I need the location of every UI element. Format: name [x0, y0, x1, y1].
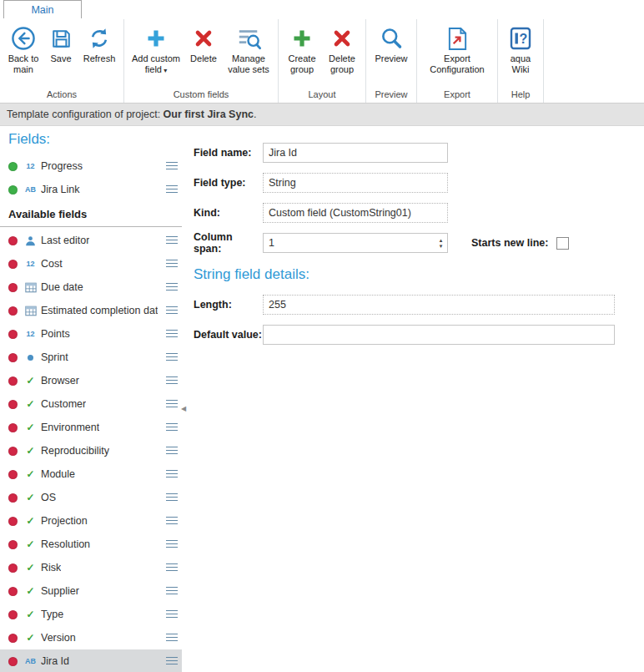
- svg-text:?: ?: [520, 32, 528, 46]
- drag-handle-icon[interactable]: [166, 493, 178, 502]
- drag-handle-icon[interactable]: [166, 330, 178, 338]
- field-item-module[interactable]: ✓Module: [0, 462, 182, 486]
- ribbon-button-export-configuration[interactable]: Export Configuration: [421, 21, 493, 88]
- drag-handle-icon[interactable]: [166, 306, 178, 315]
- number-type-icon: 12: [23, 330, 38, 338]
- dropdown-caret-icon: ▾: [162, 67, 167, 74]
- ribbon-button-back-to-main[interactable]: Back to main: [4, 21, 43, 88]
- drag-handle-icon[interactable]: [166, 283, 178, 291]
- field-item-progress[interactable]: 12Progress: [0, 154, 182, 178]
- field-item-type[interactable]: ✓Type: [0, 603, 182, 626]
- field-name-label: Field name:: [194, 147, 263, 159]
- status-dot-icon: [8, 330, 18, 339]
- drag-handle-icon[interactable]: [166, 587, 178, 595]
- drag-handle-icon[interactable]: [166, 185, 178, 194]
- ribbon-group-buttons: Preview: [366, 19, 416, 88]
- field-item-os[interactable]: ✓OS: [0, 486, 182, 509]
- field-item-reproducibility[interactable]: ✓Reproducibility: [0, 439, 182, 462]
- drag-handle-icon[interactable]: [166, 400, 178, 408]
- ribbon-button-label: Save: [50, 53, 71, 64]
- drag-handle-icon[interactable]: [166, 540, 178, 548]
- field-type-input[interactable]: [263, 173, 448, 193]
- field-item-customer[interactable]: ✓Customer: [0, 392, 182, 416]
- preview-magnifier-icon: [380, 23, 403, 53]
- ribbon-group-buttons: ?aqua Wiki: [498, 19, 543, 88]
- field-name-input[interactable]: [263, 143, 448, 163]
- column-span-stepper: ▴ ▾: [263, 233, 448, 253]
- ribbon-group-help: ?aqua WikiHelp: [498, 19, 544, 103]
- field-item-label: Environment: [41, 422, 99, 433]
- field-item-projection[interactable]: ✓Projection: [0, 509, 182, 533]
- field-item-points[interactable]: 12Points: [0, 322, 182, 346]
- drag-handle-icon[interactable]: [166, 634, 178, 642]
- field-item-estimated-completion-dat[interactable]: Estimated completion dat: [0, 299, 182, 322]
- ribbon-button-create-group[interactable]: Create group: [283, 21, 321, 88]
- starts-new-line-label: Starts new line:: [471, 237, 548, 249]
- drag-handle-icon[interactable]: [166, 260, 178, 268]
- ribbon-group-label: Help: [498, 88, 543, 103]
- drag-handle-icon[interactable]: [166, 162, 178, 170]
- field-item-browser[interactable]: ✓Browser: [0, 369, 182, 392]
- drag-handle-icon[interactable]: [166, 423, 178, 432]
- field-item-version[interactable]: ✓Version: [0, 626, 182, 649]
- drag-handle-icon[interactable]: [166, 353, 178, 361]
- field-item-risk[interactable]: ✓Risk: [0, 556, 182, 579]
- status-dot-icon: [8, 260, 18, 269]
- drag-handle-icon[interactable]: [166, 517, 178, 525]
- drag-handle-icon[interactable]: [166, 236, 178, 245]
- field-item-last-editor[interactable]: Last editor: [0, 229, 182, 252]
- starts-new-line-checkbox[interactable]: [556, 237, 569, 250]
- field-type-label: Field type:: [194, 177, 263, 189]
- kind-input[interactable]: [263, 203, 448, 223]
- spinner-up-icon[interactable]: ▴: [440, 237, 443, 243]
- field-item-cost[interactable]: 12Cost: [0, 252, 182, 275]
- ribbon-button-label: Export Configuration: [424, 53, 491, 75]
- drag-handle-icon[interactable]: [166, 376, 178, 385]
- field-item-jira-id[interactable]: ABJira Id: [0, 649, 182, 672]
- drag-handle-icon[interactable]: [166, 657, 178, 665]
- status-dot-icon: [8, 540, 18, 549]
- drag-handle-icon[interactable]: [166, 470, 178, 478]
- field-item-supplier[interactable]: ✓Supplier: [0, 579, 182, 603]
- check-type-icon: ✓: [23, 609, 38, 619]
- ribbon-button-label: Delete: [190, 53, 217, 64]
- status-dot-icon: [8, 493, 18, 503]
- ribbon-button-aqua-wiki[interactable]: ?aqua Wiki: [502, 21, 539, 88]
- check-type-icon: ✓: [23, 469, 38, 479]
- ribbon-button-manage-value-sets[interactable]: Manage value sets: [224, 21, 274, 88]
- ribbon-group-label: Actions: [0, 88, 123, 103]
- drag-handle-icon[interactable]: [166, 610, 178, 619]
- drag-handle-icon[interactable]: [166, 563, 178, 572]
- text-type-icon: AB: [23, 657, 38, 665]
- sidebar-collapse-arrow-icon[interactable]: ◀: [181, 405, 186, 412]
- default-value-input[interactable]: [263, 325, 615, 345]
- field-item-jira-link[interactable]: ABJira Link: [0, 178, 182, 201]
- field-item-sprint[interactable]: Sprint: [0, 346, 182, 369]
- ribbon-button-delete[interactable]: Delete: [185, 21, 222, 88]
- drag-handle-icon[interactable]: [166, 447, 178, 455]
- length-row: Length:: [194, 295, 637, 315]
- field-item-label: Sprint: [41, 351, 68, 363]
- field-item-environment[interactable]: ✓Environment: [0, 416, 182, 439]
- ribbon-button-refresh[interactable]: Refresh: [79, 21, 119, 88]
- length-input[interactable]: [263, 295, 615, 315]
- field-item-resolution[interactable]: ✓Resolution: [0, 533, 182, 556]
- ribbon-button-add-custom-field[interactable]: Add custom field ▾: [128, 21, 184, 88]
- ribbon-button-save[interactable]: Save: [44, 21, 78, 88]
- spinner-down-icon[interactable]: ▾: [440, 243, 443, 249]
- ribbon-button-preview[interactable]: Preview: [370, 21, 412, 88]
- status-dot-icon: [8, 185, 18, 195]
- ribbon-group-label: Preview: [366, 88, 416, 103]
- field-item-label: Progress: [41, 160, 83, 172]
- status-dot-icon: [8, 447, 18, 456]
- create-group-plus-icon: [291, 23, 313, 53]
- add-plus-icon: [145, 23, 167, 53]
- tab-main[interactable]: Main: [3, 0, 82, 18]
- field-item-due-date[interactable]: Due date: [0, 275, 182, 299]
- column-span-spinner[interactable]: ▴ ▾: [435, 235, 446, 251]
- column-span-input[interactable]: [263, 233, 448, 253]
- status-dot-icon: [8, 587, 18, 596]
- ribbon-button-label: Refresh: [83, 53, 116, 64]
- ribbon-group-label: Custom fields: [124, 88, 278, 103]
- ribbon-button-delete-group[interactable]: Delete group: [323, 21, 361, 88]
